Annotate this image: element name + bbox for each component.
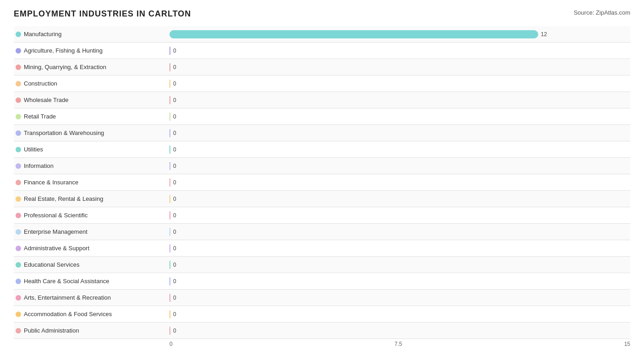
bar-container: 0 bbox=[169, 112, 630, 122]
bar-row: Transportation & Warehousing0 bbox=[14, 125, 630, 141]
bar-row: Wholesale Trade0 bbox=[14, 92, 630, 108]
bar bbox=[169, 96, 170, 104]
bar bbox=[169, 327, 170, 335]
industry-dot bbox=[16, 97, 21, 103]
bar-row: Finance & Insurance0 bbox=[14, 174, 630, 191]
bar-container: 0 bbox=[169, 161, 630, 171]
industry-dot bbox=[16, 213, 21, 218]
industry-dot bbox=[16, 328, 21, 333]
industry-label: Retail Trade bbox=[24, 113, 56, 120]
bar-value: 0 bbox=[173, 113, 176, 120]
industry-label: Accommodation & Food Services bbox=[24, 311, 112, 317]
bar-row: Enterprise Management0 bbox=[14, 224, 630, 240]
bar bbox=[169, 162, 170, 170]
industry-label: Utilities bbox=[24, 146, 43, 153]
bar-row: Accommodation & Food Services0 bbox=[14, 306, 630, 323]
bar-container: 0 bbox=[169, 326, 630, 336]
industry-label: Wholesale Trade bbox=[24, 97, 69, 103]
bar-container: 0 bbox=[169, 293, 630, 303]
bar bbox=[169, 145, 170, 154]
label-area: Transportation & Warehousing bbox=[14, 129, 169, 136]
industry-label: Professional & Scientific bbox=[24, 212, 87, 219]
label-area: Manufacturing bbox=[14, 31, 169, 38]
bar bbox=[169, 310, 170, 318]
industry-dot bbox=[16, 65, 21, 70]
bar-value: 0 bbox=[173, 130, 176, 136]
bar-value: 0 bbox=[173, 229, 176, 235]
bar-container: 0 bbox=[169, 178, 630, 188]
label-area: Finance & Insurance bbox=[14, 179, 169, 186]
bar bbox=[169, 80, 170, 88]
bar-row: Information0 bbox=[14, 158, 630, 174]
label-area: Retail Trade bbox=[14, 113, 169, 120]
label-area: Public Administration bbox=[14, 327, 169, 334]
bar-row: Utilities0 bbox=[14, 141, 630, 158]
axis-label-mid: 7.5 bbox=[394, 341, 402, 347]
axis-labels: 0 7.5 15 bbox=[169, 341, 630, 347]
bar-row: Professional & Scientific0 bbox=[14, 207, 630, 224]
bar-value: 0 bbox=[173, 295, 176, 301]
industry-label: Manufacturing bbox=[24, 31, 61, 38]
label-area: Enterprise Management bbox=[14, 228, 169, 235]
industry-dot bbox=[16, 229, 21, 235]
bar bbox=[169, 178, 170, 187]
bar-value: 0 bbox=[173, 64, 176, 70]
bar bbox=[169, 30, 538, 38]
label-area: Information bbox=[14, 162, 169, 169]
bar-container: 0 bbox=[169, 128, 630, 138]
bar-value: 0 bbox=[173, 278, 176, 285]
bar bbox=[169, 63, 170, 71]
industry-label: Construction bbox=[24, 80, 57, 87]
bar-value: 0 bbox=[173, 328, 176, 334]
chart-title: EMPLOYMENT INDUSTRIES IN CARLTON bbox=[14, 9, 191, 19]
bar bbox=[169, 228, 170, 236]
industry-dot bbox=[16, 180, 21, 185]
bar-row: Arts, Entertainment & Recreation0 bbox=[14, 290, 630, 306]
industry-dot bbox=[16, 312, 21, 317]
bar-container: 0 bbox=[169, 194, 630, 204]
industry-label: Real Estate, Rental & Leasing bbox=[24, 195, 103, 202]
bar bbox=[169, 195, 170, 203]
bar-container: 0 bbox=[169, 309, 630, 319]
industry-label: Public Administration bbox=[24, 327, 79, 334]
label-area: Mining, Quarrying, & Extraction bbox=[14, 64, 169, 70]
bar-value: 0 bbox=[173, 163, 176, 169]
industry-label: Health Care & Social Assistance bbox=[24, 278, 109, 285]
label-area: Administrative & Support bbox=[14, 245, 169, 252]
bar-container: 0 bbox=[169, 260, 630, 270]
bar-value: 0 bbox=[173, 146, 176, 153]
bar-row: Educational Services0 bbox=[14, 257, 630, 273]
bar bbox=[169, 261, 170, 269]
industry-dot bbox=[16, 81, 21, 86]
axis-row: 0 7.5 15 bbox=[14, 341, 630, 347]
bar bbox=[169, 244, 170, 253]
industry-dot bbox=[16, 163, 21, 169]
label-area: Wholesale Trade bbox=[14, 97, 169, 103]
label-area: Accommodation & Food Services bbox=[14, 311, 169, 317]
industry-label: Administrative & Support bbox=[24, 245, 89, 252]
industry-dot bbox=[16, 279, 21, 284]
industry-dot bbox=[16, 130, 21, 136]
label-area: Professional & Scientific bbox=[14, 212, 169, 219]
industry-label: Educational Services bbox=[24, 261, 79, 268]
chart-area: Manufacturing12Agriculture, Fishing & Hu… bbox=[14, 26, 630, 339]
industry-label: Agriculture, Fishing & Hunting bbox=[24, 47, 103, 54]
bar-container: 0 bbox=[169, 145, 630, 155]
bar-row: Administrative & Support0 bbox=[14, 240, 630, 257]
axis-label-0: 0 bbox=[169, 341, 173, 347]
axis-label-max: 15 bbox=[624, 341, 630, 347]
industry-dot bbox=[16, 196, 21, 202]
bar-container: 0 bbox=[169, 276, 630, 286]
bar bbox=[169, 294, 170, 302]
bar-container: 0 bbox=[169, 210, 630, 221]
bar-row: Health Care & Social Assistance0 bbox=[14, 273, 630, 290]
bar-value: 0 bbox=[173, 311, 176, 317]
industry-dot bbox=[16, 114, 21, 119]
label-area: Real Estate, Rental & Leasing bbox=[14, 195, 169, 202]
bar-row: Real Estate, Rental & Leasing0 bbox=[14, 191, 630, 207]
industry-dot bbox=[16, 32, 21, 37]
bar-value: 12 bbox=[541, 31, 547, 38]
bar-container: 12 bbox=[169, 29, 630, 39]
bar-value: 0 bbox=[173, 245, 176, 252]
bar-container: 0 bbox=[169, 243, 630, 253]
